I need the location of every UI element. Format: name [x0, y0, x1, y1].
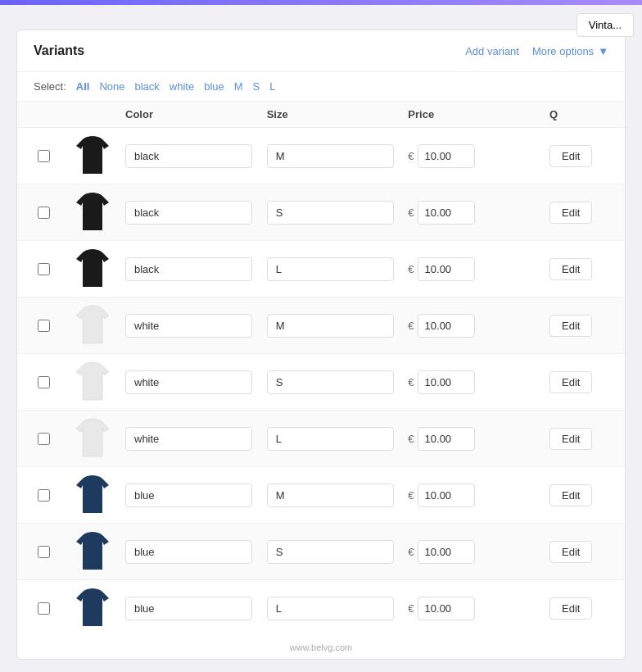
color-input[interactable] [125, 597, 252, 620]
color-input[interactable] [125, 144, 252, 168]
price-input[interactable] [418, 427, 475, 451]
row-image-cell [60, 191, 125, 234]
size-input[interactable] [267, 540, 394, 564]
table-row: € Edit [17, 354, 625, 411]
filter-s[interactable]: S [253, 80, 260, 93]
currency-symbol: € [408, 207, 414, 219]
color-input[interactable] [125, 257, 252, 281]
price-input[interactable] [418, 597, 475, 620]
rows-container: € Edit € Edit [17, 128, 625, 636]
price-input[interactable] [418, 370, 475, 394]
row-checkbox[interactable] [38, 602, 50, 615]
edit-button[interactable]: Edit [549, 258, 592, 280]
select-row: Select: All None black white blue M S L [17, 72, 625, 102]
price-input[interactable] [418, 484, 475, 507]
row-checkbox[interactable] [38, 150, 50, 162]
table-row: € Edit [17, 580, 625, 636]
header-size: Size [267, 108, 409, 120]
row-checkbox[interactable] [38, 546, 50, 558]
row-edit-cell: Edit [549, 597, 615, 620]
watermark: www.belvg.com [17, 636, 625, 659]
edit-button[interactable]: Edit [549, 597, 592, 620]
color-input[interactable] [125, 540, 252, 564]
color-input[interactable] [125, 427, 252, 451]
currency-symbol: € [408, 433, 414, 445]
price-input[interactable] [418, 540, 475, 564]
more-options-button[interactable]: More options ▼ [532, 45, 608, 57]
edit-button[interactable]: Edit [549, 371, 592, 393]
price-input[interactable] [418, 314, 475, 338]
currency-symbol: € [408, 263, 414, 275]
color-input[interactable] [125, 370, 252, 394]
row-size-cell [267, 484, 409, 507]
vintage-button[interactable]: Vinta... [576, 13, 634, 37]
row-checkbox[interactable] [38, 489, 50, 502]
row-image-cell [60, 247, 125, 290]
row-checkbox[interactable] [38, 433, 50, 445]
table-header: Color Size Price Q [17, 102, 625, 128]
color-input[interactable] [125, 484, 252, 507]
row-color-cell [125, 597, 267, 620]
row-image-cell [60, 417, 125, 460]
row-price-cell: € [408, 257, 549, 281]
row-size-cell [267, 597, 409, 620]
size-input[interactable] [267, 144, 394, 168]
row-price-cell: € [408, 314, 549, 338]
row-color-cell [125, 370, 267, 394]
row-checkbox[interactable] [38, 263, 50, 275]
price-input[interactable] [418, 144, 475, 168]
size-input[interactable] [267, 597, 394, 620]
row-price-cell: € [408, 427, 549, 451]
edit-button[interactable]: Edit [549, 202, 592, 224]
price-input[interactable] [418, 201, 475, 225]
color-input[interactable] [125, 201, 252, 225]
row-checkbox-cell [27, 376, 60, 388]
header-price: Price [408, 108, 549, 120]
edit-button[interactable]: Edit [549, 145, 592, 167]
row-edit-cell: Edit [549, 202, 615, 224]
filter-white[interactable]: white [170, 80, 194, 93]
size-input[interactable] [267, 314, 394, 338]
row-size-cell [267, 257, 409, 281]
add-variant-link[interactable]: Add variant [465, 45, 519, 57]
table-row: € Edit [17, 411, 625, 467]
edit-button[interactable]: Edit [549, 315, 592, 337]
filter-blue[interactable]: blue [204, 80, 224, 93]
size-input[interactable] [267, 257, 394, 281]
filter-m[interactable]: M [234, 80, 243, 93]
filter-l[interactable]: L [269, 80, 275, 93]
row-size-cell [267, 540, 409, 564]
size-input[interactable] [267, 484, 394, 507]
filter-black[interactable]: black [134, 80, 159, 93]
row-image-cell [60, 361, 125, 403]
row-checkbox-cell [27, 602, 60, 615]
row-checkbox-cell [27, 320, 60, 332]
filter-all[interactable]: All [76, 80, 90, 93]
color-input[interactable] [125, 314, 252, 338]
row-checkbox-cell [27, 150, 60, 162]
table-row: € Edit [17, 128, 625, 184]
edit-button[interactable]: Edit [549, 541, 592, 563]
row-checkbox[interactable] [38, 320, 50, 332]
edit-button[interactable]: Edit [549, 428, 592, 450]
panel-title: Variants [34, 43, 84, 58]
row-checkbox-cell [27, 433, 60, 445]
row-price-cell: € [408, 144, 549, 168]
size-input[interactable] [267, 427, 394, 451]
edit-button[interactable]: Edit [549, 484, 592, 506]
currency-symbol: € [408, 320, 414, 332]
filter-none[interactable]: None [99, 80, 124, 93]
table-row: € Edit [17, 467, 625, 524]
table-row: € Edit [17, 524, 625, 580]
size-input[interactable] [267, 370, 394, 394]
price-input[interactable] [418, 257, 475, 281]
row-color-cell [125, 484, 267, 507]
table-row: € Edit [17, 241, 625, 297]
size-input[interactable] [267, 201, 394, 225]
header-checkbox-col [27, 108, 60, 120]
row-checkbox[interactable] [38, 376, 50, 388]
row-price-cell: € [408, 540, 549, 564]
row-checkbox[interactable] [38, 207, 50, 219]
row-size-cell [267, 427, 409, 451]
table-row: € Edit [17, 184, 625, 241]
